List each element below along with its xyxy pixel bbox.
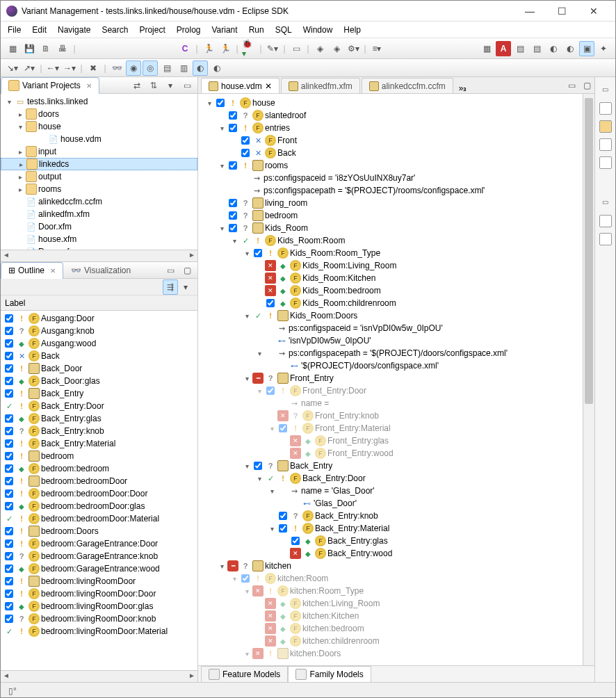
feature-row[interactable]: ▾Kids_Room:Room_Type xyxy=(198,247,594,259)
feature-row[interactable]: ▾kitchen:Room xyxy=(198,572,594,585)
checkbox[interactable] xyxy=(3,338,15,349)
editor-tab[interactable]: house.vdm✕ xyxy=(201,78,279,93)
checkbox[interactable] xyxy=(3,588,15,599)
checkbox[interactable] xyxy=(3,613,15,624)
feature-row[interactable]: ▾Back_Entry:Door xyxy=(198,472,594,485)
outline-row[interactable]: Ausgang:wood xyxy=(1,337,197,350)
editor-tab[interactable]: alinkedfm.xfm xyxy=(281,78,360,93)
checkbox[interactable] xyxy=(240,135,251,146)
feature-row[interactable]: Front xyxy=(198,134,594,147)
feature-row[interactable]: ▾Kids_Room:Room xyxy=(198,234,594,247)
pin-icon[interactable]: ✖ xyxy=(86,60,101,76)
outline-row[interactable]: Back_Entry:glas xyxy=(1,412,197,425)
persp5-icon[interactable]: ◐ xyxy=(546,41,561,56)
tab-family-models[interactable]: Family Models xyxy=(288,666,371,683)
menu-project[interactable]: Project xyxy=(139,25,165,35)
checkbox[interactable] xyxy=(227,210,238,221)
tree-toggle[interactable]: ▾ xyxy=(241,312,252,320)
tool-a-icon[interactable]: ▤ xyxy=(159,60,175,76)
debug-icon[interactable]: 🐞▾ xyxy=(241,41,257,56)
c-icon[interactable]: C xyxy=(177,41,193,56)
project-item[interactable]: Door.xfm xyxy=(1,220,197,233)
tree-toggle[interactable]: ▾ xyxy=(216,225,227,232)
feature-row[interactable]: kitchen:childrenroom xyxy=(198,635,594,647)
run-person-icon[interactable]: 🏃 xyxy=(201,41,216,56)
checkbox[interactable] xyxy=(3,538,15,549)
restore-icon[interactable]: ▭ xyxy=(598,81,613,97)
checkbox[interactable] xyxy=(3,526,15,537)
checkbox[interactable] xyxy=(277,423,289,434)
run-person2-icon[interactable]: 🏃 xyxy=(218,41,233,56)
persp-variant-icon[interactable]: ▣ xyxy=(579,41,594,56)
feature-row[interactable]: ·name = xyxy=(198,397,594,409)
outline-row[interactable]: bedroom:livingRoomDoor:knob xyxy=(1,612,197,625)
feature-row[interactable]: Kids_Room:Kitchen xyxy=(198,272,594,284)
checkbox[interactable] xyxy=(3,601,15,612)
checkbox[interactable] xyxy=(3,438,15,449)
checkbox[interactable] xyxy=(3,551,15,562)
status-icon[interactable]: ▯° xyxy=(5,683,20,699)
feature-row[interactable]: Front_Entry:wood xyxy=(198,447,594,460)
tree-toggle[interactable]: ▾ xyxy=(216,162,227,170)
tab-variant-projects[interactable]: Variant Projects ✕ xyxy=(1,77,99,94)
tree-toggle[interactable]: ▾ xyxy=(241,650,252,658)
checkbox[interactable] xyxy=(277,510,289,521)
outline-row[interactable]: Back_Door xyxy=(1,362,197,375)
project-item[interactable]: ▸doors xyxy=(1,108,197,120)
feature-row[interactable]: ▾entries xyxy=(198,122,594,134)
feature-row[interactable]: ▾·name = 'Glas_Door' xyxy=(198,485,594,497)
more-tabs[interactable]: »₃ xyxy=(459,83,467,93)
feature-row[interactable]: Front_Entry:glas xyxy=(198,435,594,447)
editor-tree[interactable]: ▾houseslantedroof▾entriesFrontBack▾rooms… xyxy=(198,94,594,682)
feature-row[interactable]: ▾Back_Entry:Material xyxy=(198,522,594,535)
checkbox[interactable] xyxy=(3,363,15,374)
checkbox[interactable] xyxy=(3,501,15,512)
feature-row[interactable]: ▾kitchen:Doors xyxy=(198,647,594,660)
menu-sql[interactable]: SQL xyxy=(275,25,292,35)
outline-row[interactable]: Ausgang:knob xyxy=(1,325,197,337)
feature-row[interactable]: ▾kitchen:Room_Type xyxy=(198,585,594,597)
project-item[interactable]: ▸linkedcs xyxy=(1,158,197,170)
feature-row[interactable]: ·ps:configspaceid = 'isnVpDI0w5w_0IpOU' xyxy=(198,322,594,334)
tree-toggle[interactable]: ▾ xyxy=(266,425,277,432)
outline-row[interactable]: bedroom:GarageEntrance:wood xyxy=(1,562,197,575)
link-icon[interactable]: ⇅ xyxy=(146,78,161,93)
checkbox[interactable] xyxy=(3,413,15,424)
min-icon[interactable]: ▭ xyxy=(163,263,178,278)
tree-toggle[interactable]: ▾ xyxy=(216,562,227,570)
outline-row[interactable]: Back_Door:glas xyxy=(1,375,197,387)
min-icon[interactable]: ▭ xyxy=(564,78,579,93)
fwd-icon[interactable]: →▾ xyxy=(62,60,77,76)
projects-scrollbar-x[interactable] xyxy=(1,250,197,261)
feature-row[interactable]: ▾Kids_Room:Doors xyxy=(198,309,594,322)
outline-row[interactable]: bedroom:bedroom xyxy=(1,462,197,475)
save-all-icon[interactable]: 🗎 xyxy=(38,41,54,56)
nav1-icon[interactable]: ↘▾ xyxy=(5,60,20,76)
checkbox[interactable] xyxy=(3,451,15,462)
feature-row[interactable]: slantedroof xyxy=(198,109,594,122)
menu-icon[interactable]: ▾ xyxy=(163,78,178,93)
save-icon[interactable]: 💾 xyxy=(22,41,37,56)
side-icon-3[interactable] xyxy=(599,138,612,151)
checkbox[interactable] xyxy=(252,460,264,471)
checkbox[interactable] xyxy=(240,573,251,584)
checkbox[interactable] xyxy=(3,388,15,399)
tree-toggle[interactable]: ▾ xyxy=(241,250,252,257)
menu-help[interactable]: Help xyxy=(343,25,361,35)
checkbox[interactable] xyxy=(252,247,264,259)
cube2-icon[interactable]: ◈ xyxy=(329,41,344,56)
project-item[interactable]: ▸rooms xyxy=(1,183,197,195)
persp3-icon[interactable]: ▤ xyxy=(512,41,528,56)
checkbox[interactable] xyxy=(265,298,276,309)
feature-row[interactable]: ▾·ps:configspacepath = '$(PROJECT)/doors… xyxy=(198,347,594,359)
outline-row[interactable]: bedroom:livingRoomDoor:glas xyxy=(1,600,197,612)
project-root[interactable]: ▾tests.links.linked xyxy=(1,95,197,108)
checkbox[interactable] xyxy=(290,535,301,546)
tool-b-icon[interactable]: ▥ xyxy=(176,60,191,76)
menu-prolog[interactable]: Prolog xyxy=(177,25,201,35)
outline-scrollbar-x[interactable] xyxy=(1,670,197,682)
menu-search[interactable]: Search xyxy=(102,25,128,35)
persp1-icon[interactable]: ▦ xyxy=(479,41,494,56)
tree-toggle[interactable]: ▾ xyxy=(254,475,265,482)
close-icon[interactable]: ✕ xyxy=(265,81,272,91)
